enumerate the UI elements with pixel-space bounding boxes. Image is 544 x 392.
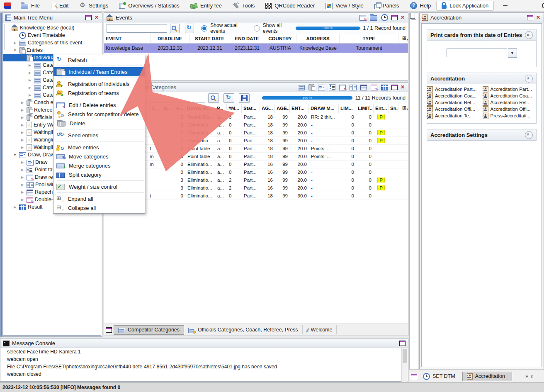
context-item-seed-entries[interactable]: Seed entries bbox=[53, 131, 145, 140]
expand-arrow-icon[interactable] bbox=[20, 175, 25, 179]
accreditation-card-item[interactable]: Accreditation Offi... bbox=[427, 106, 481, 112]
show-all-events-radio[interactable] bbox=[254, 25, 260, 32]
category-row[interactable]: male m 0 Point table a... 0 Part... 18 9… bbox=[104, 153, 408, 161]
menu-edit[interactable]: Edit bbox=[45, 0, 74, 11]
categories-save-button[interactable] bbox=[239, 93, 250, 103]
column-header[interactable]: ENT... bbox=[290, 104, 309, 113]
categories-refresh-button[interactable] bbox=[223, 93, 234, 103]
column-header[interactable]: E... bbox=[175, 104, 185, 113]
column-header[interactable]: LIMIT... bbox=[356, 104, 374, 113]
window-icon[interactable] bbox=[411, 374, 417, 379]
double-elim-icon[interactable] bbox=[371, 85, 377, 90]
column-chooser-icon[interactable] bbox=[402, 34, 408, 43]
column-header[interactable]: COUNTRY bbox=[264, 34, 296, 43]
draw-icon[interactable] bbox=[318, 85, 325, 90]
window-icon[interactable] bbox=[106, 327, 112, 333]
column-header[interactable]: P... bbox=[215, 104, 227, 113]
context-item-refresh[interactable]: Refresh bbox=[53, 55, 145, 64]
category-row[interactable]: female f 0 Point table a... 0 Part... 18… bbox=[104, 145, 408, 153]
tab-competitor-categories[interactable]: Competitor Categories bbox=[114, 325, 184, 335]
column-header[interactable]: LIM... bbox=[339, 104, 356, 113]
category-row[interactable]: 199508 ... 1 Eliminatio... a... 0 Part..… bbox=[104, 129, 408, 137]
app-logo-icon[interactable] bbox=[4, 2, 11, 9]
column-chooser-icon[interactable] bbox=[402, 104, 408, 113]
expand-chevron-icon[interactable] bbox=[525, 131, 533, 139]
window-icon[interactable] bbox=[527, 15, 533, 20]
expand-arrow-icon[interactable] bbox=[20, 131, 25, 134]
column-header[interactable]: Sh... bbox=[389, 104, 398, 113]
event-row[interactable]: Knowledge Base 2023.12.31 2023.12.31 202… bbox=[104, 44, 408, 53]
category-row[interactable]: 3 Round Ro... a... 3 Part... 18 99 20.0 … bbox=[104, 113, 408, 121]
menu-qrcode-reader[interactable]: QRCode Reader bbox=[260, 0, 320, 11]
category-row[interactable]: 99508 Y... 1 Eliminatio... a... 0 Part..… bbox=[104, 137, 408, 145]
column-header[interactable]: AG... bbox=[260, 104, 275, 113]
maximize-button[interactable] bbox=[539, 1, 544, 11]
column-header[interactable]: START DATE bbox=[189, 34, 230, 43]
column-header[interactable]: DRAW M... bbox=[309, 104, 339, 113]
point-table-icon[interactable] bbox=[329, 84, 335, 90]
result-icon[interactable] bbox=[381, 85, 388, 90]
menu-panels[interactable]: Panels bbox=[369, 0, 405, 11]
menu-help[interactable]: Help bbox=[405, 0, 437, 11]
events-search-button[interactable] bbox=[170, 24, 180, 33]
draw-record-icon[interactable] bbox=[339, 85, 346, 90]
context-item-move-entries[interactable]: Move entries bbox=[53, 143, 145, 152]
minimize-button[interactable] bbox=[499, 1, 511, 11]
category-row[interactable]: 0 Eliminatio... a... 0 Part... 16 99 20.… bbox=[104, 168, 408, 176]
categories-icon[interactable] bbox=[298, 85, 305, 90]
expand-arrow-icon[interactable] bbox=[20, 183, 25, 187]
context-item-individual-team-entries[interactable]: Individual / Team Entries bbox=[53, 67, 145, 76]
category-row[interactable]: 0 Eliminatio... a... 0 Part... 18 99 20.… bbox=[104, 121, 408, 129]
category-row[interactable]: male 3 Eliminatio... a... 2 Part... 16 9… bbox=[104, 184, 408, 192]
context-item-collapse-all[interactable]: Collapse all bbox=[53, 203, 145, 212]
expand-arrow-icon[interactable] bbox=[27, 93, 32, 97]
menu-file[interactable]: File bbox=[15, 0, 45, 11]
tree-item-knowledge-base[interactable]: Knowledge Base (local) bbox=[3, 24, 101, 32]
window-icon[interactable] bbox=[391, 85, 398, 90]
accreditation-card-item[interactable]: Accreditation Part... bbox=[483, 86, 537, 93]
lock-application-button[interactable]: Lock Application bbox=[436, 1, 494, 11]
accreditation-card-item[interactable]: Accreditation Coa... bbox=[483, 93, 537, 99]
tab-welcome[interactable]: Welcome bbox=[303, 325, 337, 334]
column-header[interactable]: Stat... bbox=[242, 104, 260, 113]
column-header[interactable]: ADDRESS bbox=[296, 34, 340, 43]
expand-arrow-icon[interactable] bbox=[20, 56, 25, 60]
expand-arrow-icon[interactable] bbox=[20, 101, 25, 105]
context-item-search-for-competitor-delete[interactable]: Search for competitor / delete bbox=[53, 110, 145, 119]
close-icon[interactable] bbox=[400, 15, 406, 21]
expand-arrow-icon[interactable] bbox=[27, 71, 32, 75]
column-header[interactable]: T... bbox=[150, 104, 162, 113]
events-refresh-button[interactable] bbox=[185, 24, 194, 33]
column-header[interactable]: AGE... bbox=[275, 104, 290, 113]
open-folder-icon[interactable] bbox=[370, 15, 377, 21]
close-icon[interactable] bbox=[94, 15, 100, 21]
dropdown-arrow-icon[interactable]: ▼ bbox=[508, 48, 517, 58]
accreditation-card-item[interactable]: Accreditation Offi... bbox=[483, 106, 537, 112]
column-header[interactable]: #M... bbox=[227, 104, 242, 113]
column-header[interactable]: TYPE bbox=[340, 34, 398, 43]
expand-arrow-icon[interactable] bbox=[20, 146, 25, 149]
expand-arrow-icon[interactable] bbox=[12, 41, 17, 45]
expand-arrow-icon[interactable] bbox=[20, 138, 25, 142]
collapse-chevron-icon[interactable] bbox=[525, 31, 533, 39]
category-row[interactable]: female 3 Eliminatio... a... 2 Part... 16… bbox=[104, 176, 408, 184]
column-header[interactable]: END DATE bbox=[230, 34, 264, 43]
expand-arrow-icon[interactable] bbox=[20, 116, 25, 119]
expand-arrow-icon[interactable] bbox=[20, 168, 25, 172]
expand-arrow-icon[interactable] bbox=[27, 78, 32, 82]
menu-view-style[interactable]: View / Style bbox=[320, 0, 369, 11]
tree-item-event-timetable[interactable]: Event Timetable bbox=[3, 32, 101, 39]
accreditation-card-item[interactable]: Press-Accreditati... bbox=[483, 112, 537, 119]
context-item-delete[interactable]: Delete bbox=[53, 119, 145, 128]
collapse-chevron-icon[interactable] bbox=[525, 75, 533, 83]
tree-item-categories-of-event[interactable]: Categories of this event bbox=[3, 39, 101, 46]
context-item-registration-of-teams[interactable]: Registration of teams bbox=[53, 88, 145, 97]
context-item-registration-of-individuals[interactable]: Registration of individuals bbox=[53, 79, 145, 88]
expand-arrow-icon[interactable] bbox=[20, 161, 25, 164]
timetable-icon[interactable] bbox=[381, 14, 388, 21]
pool-winner-icon[interactable] bbox=[350, 85, 357, 90]
accreditation-card-item[interactable]: Accreditation Te... bbox=[427, 112, 481, 119]
context-item-expand-all[interactable]: Expand all bbox=[53, 194, 145, 203]
menu-entry-fee[interactable]: Entry fee bbox=[185, 0, 227, 11]
column-header[interactable]: EVENT bbox=[104, 34, 151, 43]
